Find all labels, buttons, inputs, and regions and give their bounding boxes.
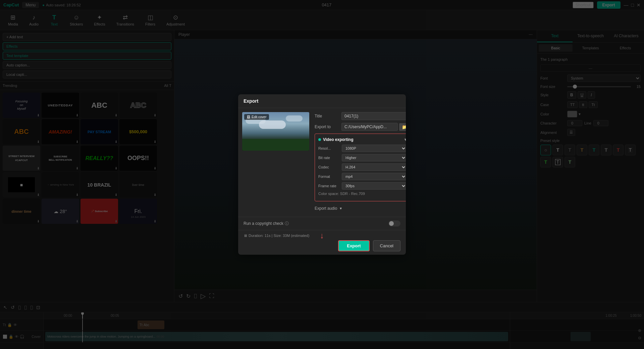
resolution-label: Resol... xyxy=(318,146,342,150)
modal-settings: Title Export to 📁 Video exporting xyxy=(315,112,406,213)
export-confirm-button[interactable]: Export xyxy=(338,240,369,251)
export-modal: Export 🖼 Edit cover xyxy=(238,94,406,255)
edit-cover-label: Edit cover xyxy=(252,115,266,119)
codec-select[interactable]: H.264 H.265 xyxy=(342,163,406,171)
export-path-container: 📁 xyxy=(341,123,406,131)
bitrate-select[interactable]: Higher High Medium Low xyxy=(342,154,406,161)
bitrate-row: Bit rate Higher High Medium Low xyxy=(318,154,406,161)
footer-buttons: ↓ Export Cancel xyxy=(244,240,400,251)
export-audio-row[interactable]: Export audio ▾ xyxy=(315,204,406,213)
format-select[interactable]: mp4 mov xyxy=(342,173,406,180)
video-export-section: Video exporting ▾ Resol... 1080P 720P 48… xyxy=(315,134,406,201)
codec-row: Codec H.264 H.265 xyxy=(318,163,406,171)
framerate-row: Frame rate 30fps 60fps 24fps xyxy=(318,182,406,190)
toggle-knob xyxy=(389,221,394,226)
chevron-down-icon: ▾ xyxy=(340,206,342,211)
title-row: Title xyxy=(315,112,406,120)
resolution-row: Resol... 1080P 720P 480P xyxy=(318,145,406,152)
resolution-select[interactable]: 1080P 720P 480P xyxy=(342,145,406,152)
copyright-section: Run a copyright check ⓘ xyxy=(238,217,406,230)
chevron-icon: ▾ xyxy=(405,137,406,142)
info-icon: ⓘ xyxy=(285,221,289,227)
video-export-dot xyxy=(318,138,321,141)
modal-header: Export xyxy=(238,94,406,108)
export-path-input[interactable] xyxy=(341,123,398,131)
preview-image: 🖼 Edit cover xyxy=(242,112,309,151)
title-input[interactable] xyxy=(341,112,406,120)
color-space-row: Color space: SDR - Rec.709 xyxy=(318,192,406,196)
copyright-text: Run a copyright check xyxy=(244,221,283,226)
codec-label: Codec xyxy=(318,165,342,169)
folder-button[interactable]: 📁 xyxy=(399,123,406,131)
export-to-row: Export to 📁 xyxy=(315,123,406,131)
color-space-label: Color space: SDR - Rec.709 xyxy=(318,192,365,196)
copyright-toggle[interactable] xyxy=(388,220,400,227)
format-row: Format mp4 mov xyxy=(318,173,406,180)
export-audio-label: Export audio xyxy=(315,206,337,211)
bitrate-label: Bit rate xyxy=(318,156,342,160)
video-export-label: Video exporting xyxy=(323,137,353,142)
cancel-button[interactable]: Cancel xyxy=(373,240,400,251)
export-to-label: Export to xyxy=(315,124,341,129)
title-label: Title xyxy=(315,114,341,118)
modal-footer: 🖥 Duration: 11s | Size: 33M (estimated) … xyxy=(238,230,406,255)
video-export-title: Video exporting ▾ xyxy=(318,137,406,142)
framerate-select[interactable]: 30fps 60fps 24fps xyxy=(342,182,406,190)
copyright-row: Run a copyright check ⓘ xyxy=(244,218,400,229)
modal-preview: 🖼 Edit cover xyxy=(242,112,309,213)
copyright-label: Run a copyright check ⓘ xyxy=(244,221,289,227)
format-label: Format xyxy=(318,174,342,179)
arrow-indicator: ↓ xyxy=(320,231,324,240)
modal-body: 🖼 Edit cover Title Export to 📁 xyxy=(238,108,406,217)
image-icon: 🖼 xyxy=(247,115,250,119)
clock-icon: 🖥 xyxy=(244,234,247,238)
framerate-label: Frame rate xyxy=(318,184,342,188)
modal-overlay: Export 🖼 Edit cover xyxy=(0,0,644,349)
duration-info: Duration: 11s | Size: 33M (estimated) xyxy=(249,234,309,238)
modal-title: Export xyxy=(244,98,258,104)
edit-cover-button[interactable]: 🖼 Edit cover xyxy=(244,114,269,120)
